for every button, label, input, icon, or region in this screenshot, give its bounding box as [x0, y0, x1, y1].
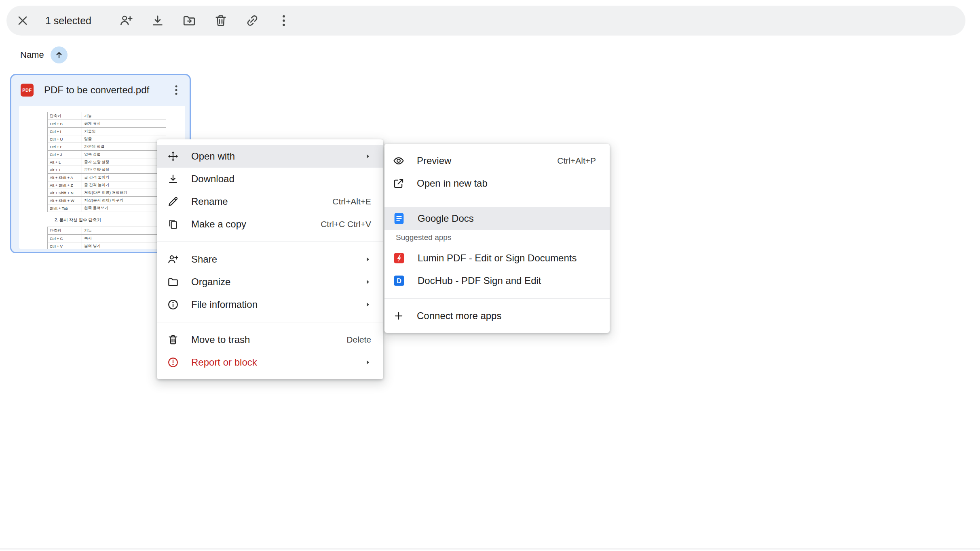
chevron-right-icon: [362, 357, 374, 368]
file-title: PDF to be converted.pdf: [44, 84, 156, 96]
copy-link-button[interactable]: [241, 9, 264, 32]
selected-count: 1 selected: [45, 15, 91, 27]
menu-item-download[interactable]: Download: [157, 168, 383, 190]
menu-shortcut: Delete: [346, 335, 371, 345]
toolbar-more-button[interactable]: [272, 9, 295, 32]
download-icon: [150, 13, 165, 28]
more-vert-icon: [170, 84, 183, 97]
svg-text:D: D: [397, 278, 401, 284]
menu-label: Lumin PDF - Edit or Sign Documents: [418, 252, 596, 264]
submenu-item-open-in-new-tab[interactable]: Open in new tab: [384, 172, 610, 195]
chevron-right-icon: [362, 276, 374, 288]
more-vert-icon: [277, 13, 291, 28]
sort-header: Name: [20, 46, 68, 64]
move-to-folder-button[interactable]: [178, 9, 201, 32]
menu-divider: [157, 322, 383, 322]
google-docs-icon: [393, 212, 406, 225]
copy-icon: [167, 218, 179, 230]
menu-shortcut: Ctrl+Alt+P: [557, 156, 596, 166]
menu-item-open-with[interactable]: Open with: [157, 145, 383, 168]
menu-label: Preview: [417, 155, 537, 166]
menu-item-make-a-copy[interactable]: Make a copy Ctrl+C Ctrl+V: [157, 213, 383, 236]
submenu-item-lumin-pdf[interactable]: Lumin PDF - Edit or Sign Documents: [384, 247, 610, 269]
file-card-header: PDF PDF to be converted.pdf: [11, 75, 190, 105]
preview-table-1: 단축키기능Ctrl + B굵게 표시Ctrl + I기울임Ctrl + U밑줄C…: [47, 112, 166, 212]
menu-item-rename[interactable]: Rename Ctrl+Alt+E: [157, 190, 383, 213]
menu-label: Move to trash: [191, 334, 326, 345]
menu-divider: [384, 201, 610, 201]
report-icon: [167, 356, 179, 368]
menu-label: DocHub - PDF Sign and Edit: [418, 275, 596, 286]
menu-item-file-information[interactable]: File information: [157, 293, 383, 316]
dochub-icon: D: [393, 274, 406, 287]
folder-icon: [167, 276, 179, 288]
folder-move-icon: [182, 13, 196, 28]
trash-icon: [213, 13, 228, 28]
menu-divider: [384, 298, 610, 299]
person-add-icon: [119, 13, 133, 28]
sort-direction-button[interactable]: [51, 46, 68, 63]
menu-item-organize[interactable]: Organize: [157, 271, 383, 293]
menu-item-move-to-trash[interactable]: Move to trash Delete: [157, 328, 383, 351]
menu-label: Open with: [191, 151, 350, 162]
download-selected-button[interactable]: [146, 9, 169, 32]
close-icon: [15, 13, 30, 28]
menu-label: File information: [191, 299, 350, 310]
menu-label: Open in new tab: [417, 178, 596, 189]
menu-label: Make a copy: [191, 219, 300, 230]
menu-label: Rename: [191, 196, 312, 207]
menu-shortcut: Ctrl+C Ctrl+V: [321, 219, 371, 229]
close-selection-button[interactable]: [11, 9, 34, 32]
submenu-item-connect-more-apps[interactable]: Connect more apps: [384, 305, 610, 327]
rename-icon: [167, 196, 179, 208]
submenu-item-google-docs[interactable]: Google Docs: [384, 207, 610, 230]
preview-table-2: 단축키기능Ctrl + C복사Ctrl + V붙여 넣기: [47, 227, 166, 249]
suggested-apps-label: Suggested apps: [384, 230, 610, 247]
pdf-file-icon: PDF: [21, 84, 34, 97]
trash-selected-button[interactable]: [209, 9, 232, 32]
menu-label: Download: [191, 173, 371, 185]
menu-item-report-or-block[interactable]: Report or block: [157, 351, 383, 374]
chevron-right-icon: [362, 254, 374, 265]
submenu-item-preview[interactable]: Preview Ctrl+Alt+P: [384, 149, 610, 172]
selection-toolbar: 1 selected: [6, 6, 965, 36]
menu-item-share[interactable]: Share: [157, 248, 383, 271]
menu-shortcut: Ctrl+Alt+E: [332, 197, 371, 206]
download-icon: [167, 173, 179, 185]
file-more-button[interactable]: [166, 80, 186, 100]
lumin-pdf-icon: [393, 252, 406, 265]
menu-label: Organize: [191, 276, 350, 288]
person-add-icon: [167, 253, 179, 265]
sort-by-name[interactable]: Name: [20, 50, 44, 60]
eye-icon: [393, 155, 405, 167]
open-with-icon: [167, 150, 179, 162]
open-with-submenu: Preview Ctrl+Alt+P Open in new tab Googl…: [384, 144, 610, 333]
menu-label: Report or block: [191, 357, 350, 368]
menu-label: Share: [191, 254, 350, 265]
info-icon: [167, 299, 179, 311]
chevron-right-icon: [362, 151, 374, 162]
arrow-up-icon: [54, 50, 64, 60]
submenu-item-dochub[interactable]: D DocHub - PDF Sign and Edit: [384, 269, 610, 292]
menu-divider: [157, 242, 383, 242]
menu-label: Google Docs: [418, 213, 596, 224]
link-icon: [245, 13, 260, 28]
chevron-right-icon: [362, 299, 374, 310]
plus-icon: [393, 310, 405, 322]
context-menu: Open with Download Rename Ctrl+Alt+E Mak…: [157, 139, 383, 379]
page-bottom-border: [0, 549, 980, 549]
menu-label: Connect more apps: [417, 310, 596, 322]
open-in-new-icon: [393, 177, 405, 189]
trash-icon: [167, 334, 179, 346]
share-selected-button[interactable]: [115, 9, 137, 32]
